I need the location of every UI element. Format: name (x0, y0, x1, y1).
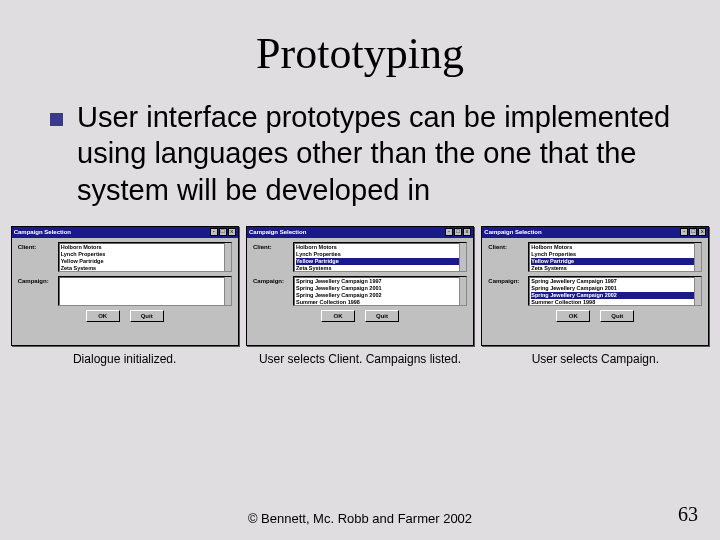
window-3: Campaign Selection - □ x Client: Holborn… (481, 226, 709, 346)
panels-row: Campaign Selection - □ x Client: Holborn… (10, 226, 710, 366)
list-item[interactable]: Yellow Partridge (531, 258, 699, 265)
client-label: Client: (488, 242, 528, 250)
scrollbar[interactable] (224, 277, 231, 305)
bullet-square-icon (50, 113, 63, 126)
campaign-label: Campaign: (18, 276, 58, 284)
titlebar: Campaign Selection - □ x (482, 227, 708, 238)
close-icon[interactable]: x (463, 228, 471, 236)
body-area: User interface prototypes can be impleme… (50, 99, 680, 208)
list-item[interactable]: Spring Jewellery Campaign 2001 (531, 285, 699, 292)
client-listbox[interactable]: Holborn Motors Lynch Properties Yellow P… (293, 242, 467, 272)
scrollbar[interactable] (459, 277, 466, 305)
scrollbar[interactable] (694, 277, 701, 305)
list-item[interactable]: Spring Jewellery Campaign 2002 (296, 292, 464, 299)
list-item[interactable]: Yellow Partridge (296, 258, 464, 265)
list-item[interactable]: Spring Jewellery Campaign 2001 (296, 285, 464, 292)
close-icon[interactable]: x (698, 228, 706, 236)
close-icon[interactable]: x (228, 228, 236, 236)
campaign-listbox[interactable]: Spring Jewellery Campaign 1997 Spring Je… (528, 276, 702, 306)
slide-title: Prototyping (0, 28, 720, 79)
maximize-icon[interactable]: □ (689, 228, 697, 236)
list-item[interactable]: Lynch Properties (61, 251, 229, 258)
titlebar-title: Campaign Selection (14, 229, 71, 235)
maximize-icon[interactable]: □ (219, 228, 227, 236)
list-item[interactable]: Lynch Properties (531, 251, 699, 258)
list-item[interactable]: Holborn Motors (61, 244, 229, 251)
campaign-listbox[interactable] (58, 276, 232, 306)
titlebar-title: Campaign Selection (484, 229, 541, 235)
campaign-label: Campaign: (253, 276, 293, 284)
scrollbar[interactable] (224, 243, 231, 271)
list-item[interactable]: Holborn Motors (296, 244, 464, 251)
quit-button[interactable]: Quit (130, 310, 164, 322)
minimize-icon[interactable]: - (445, 228, 453, 236)
campaign-label: Campaign: (488, 276, 528, 284)
list-item[interactable]: Zeta Systems (296, 265, 464, 272)
titlebar-title: Campaign Selection (249, 229, 306, 235)
client-listbox[interactable]: Holborn Motors Lynch Properties Yellow P… (528, 242, 702, 272)
list-item[interactable]: Holborn Motors (531, 244, 699, 251)
client-label: Client: (253, 242, 293, 250)
scrollbar[interactable] (694, 243, 701, 271)
panel-caption: User selects Client. Campaigns listed. (245, 352, 474, 366)
list-item[interactable]: Spring Jewellery Campaign 1997 (531, 278, 699, 285)
campaign-listbox[interactable]: Spring Jewellery Campaign 1997 Spring Je… (293, 276, 467, 306)
ok-button[interactable]: OK (321, 310, 355, 322)
client-label: Client: (18, 242, 58, 250)
list-item[interactable]: Lynch Properties (296, 251, 464, 258)
body-text: User interface prototypes can be impleme… (77, 99, 680, 208)
window-2: Campaign Selection - □ x Client: Holborn… (246, 226, 474, 346)
list-item[interactable]: Summer Collection 1998 (531, 299, 699, 306)
quit-button[interactable]: Quit (365, 310, 399, 322)
titlebar: Campaign Selection - □ x (12, 227, 238, 238)
footer-copyright: © Bennett, Mc. Robb and Farmer 2002 (0, 511, 720, 526)
panel-2: Campaign Selection - □ x Client: Holborn… (245, 226, 474, 366)
list-item[interactable]: Summer Collection 1998 (296, 299, 464, 306)
page-number: 63 (678, 503, 698, 526)
panel-1: Campaign Selection - □ x Client: Holborn… (10, 226, 239, 366)
ok-button[interactable]: OK (86, 310, 120, 322)
minimize-icon[interactable]: - (680, 228, 688, 236)
list-item[interactable]: Spring Jewellery Campaign 1997 (296, 278, 464, 285)
maximize-icon[interactable]: □ (454, 228, 462, 236)
titlebar: Campaign Selection - □ x (247, 227, 473, 238)
ok-button[interactable]: OK (556, 310, 590, 322)
client-listbox[interactable]: Holborn Motors Lynch Properties Yellow P… (58, 242, 232, 272)
list-item[interactable]: Spring Jewellery Campaign 2002 (531, 292, 699, 299)
list-item[interactable]: Zeta Systems (531, 265, 699, 272)
panel-caption: Dialogue initialized. (10, 352, 239, 366)
panel-caption: User selects Campaign. (481, 352, 710, 366)
panel-3: Campaign Selection - □ x Client: Holborn… (481, 226, 710, 366)
scrollbar[interactable] (459, 243, 466, 271)
minimize-icon[interactable]: - (210, 228, 218, 236)
list-item[interactable]: Yellow Partridge (61, 258, 229, 265)
quit-button[interactable]: Quit (600, 310, 634, 322)
window-1: Campaign Selection - □ x Client: Holborn… (11, 226, 239, 346)
list-item[interactable]: Zeta Systems (61, 265, 229, 272)
